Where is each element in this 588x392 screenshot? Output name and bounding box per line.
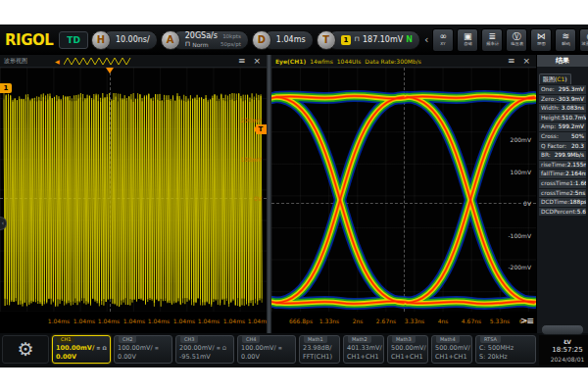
waveform-preview-strip bbox=[64, 57, 132, 66]
result-row: One:295.3mV bbox=[539, 85, 586, 94]
date-display: 2024/08/01 bbox=[551, 355, 585, 364]
status-indicator-icons: ŁV bbox=[564, 337, 571, 346]
wave-x-label: 1.04ms bbox=[173, 318, 195, 324]
window-close-icon[interactable]: × bbox=[520, 55, 532, 67]
math1-expr: FFT(CH1) bbox=[303, 353, 336, 362]
result-row: crossTime1:1.66ns bbox=[539, 179, 586, 188]
eye-x-label: 2ns bbox=[353, 318, 364, 324]
eye-y-label: -200mV bbox=[508, 264, 531, 270]
math3-tab: Math3 bbox=[392, 336, 416, 343]
storage-icon: ▣ bbox=[464, 32, 472, 41]
eye-y-label: 0V bbox=[523, 200, 531, 207]
ch1-offset: 0.00V bbox=[56, 353, 107, 362]
xy-icon: ∞ bbox=[440, 32, 448, 41]
ch2-scale: 100.00mV/ bbox=[118, 344, 153, 353]
collapsed-menu-button[interactable] bbox=[541, 324, 584, 335]
rtsa-box[interactable]: RTSA C: 500MHz S: 20kHz bbox=[475, 335, 536, 364]
axis-menu-icon[interactable]: >≡ bbox=[520, 316, 533, 325]
wave-x-label: 1.04ms bbox=[74, 318, 95, 324]
waveform-view-header[interactable]: 波形视图 ◀ ≡ × bbox=[0, 55, 267, 68]
channel-box-ch2[interactable]: CH2 100.00mV/≡ 0.00V bbox=[114, 335, 172, 364]
window-menu-icon[interactable]: ≡ bbox=[506, 55, 517, 67]
toolbar-button-eye[interactable]: ⋈眼图 bbox=[530, 28, 552, 52]
toolbar-button-xy[interactable]: ∞XY bbox=[432, 28, 454, 52]
wave-x-label: 1.04ms bbox=[148, 318, 170, 324]
math-box-math4[interactable]: Math4 500.00mV/ CH1+CH1 bbox=[431, 335, 472, 364]
eye-wfms: 14wfms bbox=[310, 58, 333, 65]
result-row: DCDTime:188ps bbox=[539, 198, 586, 207]
eye-x-label: 666.8ps bbox=[289, 318, 313, 324]
result-row: Zero:-303.9mV bbox=[539, 95, 586, 104]
wave-x-label: 1.04ms bbox=[98, 318, 120, 324]
toolbar-button-record[interactable]: ◉波形录制 bbox=[579, 28, 588, 52]
toolbar-button-counter[interactable]: ≣频率计 bbox=[481, 28, 503, 52]
math3-expr: CH1+CH1 bbox=[391, 353, 424, 362]
result-row: Cross:50% bbox=[539, 132, 586, 141]
coupling-icon: ≡ bbox=[217, 344, 220, 353]
oscilloscope-screen: RIGOL TD H 10.00ns/ A 20GSa/s ⊓Norm 10kp… bbox=[0, 24, 588, 368]
channel-box-ch1[interactable]: CH1 100.00mV/≡Ω 0.00V bbox=[52, 335, 111, 364]
horizontal-group[interactable]: H 10.00ns/ bbox=[91, 30, 158, 50]
eye-display[interactable]: 200mV 100mV 0V -100mV -200mV bbox=[271, 68, 536, 312]
eye-x-axis: 666.8ps 1.33ns 2ns 2.67ns 3.33ns 4ns 4.6… bbox=[271, 312, 536, 333]
channel-box-ch3[interactable]: CH3 200.00mV/≡Ω -95.51mV bbox=[175, 335, 234, 364]
main-area: 波形视图 ◀ ≡ × 1 T 200m bbox=[0, 55, 588, 333]
trigger-position-marker[interactable] bbox=[106, 68, 114, 77]
top-toolbar: RIGOL TD H 10.00ns/ A 20GSa/s ⊓Norm 10kp… bbox=[0, 24, 588, 55]
ch1-tab: CH1 bbox=[57, 336, 74, 343]
toolbar-scroll-left-icon[interactable]: ‹ bbox=[423, 28, 429, 52]
eye-diagram-icon: ⋈ bbox=[537, 32, 546, 41]
ch3-tab: CH3 bbox=[180, 336, 198, 343]
trigger-group[interactable]: T 1 ⊓ 187.10mV N bbox=[317, 30, 420, 50]
wave-x-label: 1.04ms bbox=[123, 318, 145, 324]
preview-left-arrow-icon[interactable]: ◀ bbox=[55, 58, 60, 65]
window-menu-icon[interactable]: ≡ bbox=[236, 55, 248, 67]
waveform-display[interactable]: 1 T 200mV 100mV 0V bbox=[0, 68, 267, 312]
horizontal-scale[interactable]: 10.00ns/ bbox=[116, 35, 150, 44]
math-box-math1[interactable]: Math1 23.98dB/ FFT(CH1) bbox=[299, 335, 340, 364]
trigger-level: 187.10mV bbox=[363, 35, 403, 44]
toolbar-button-dvm[interactable]: Ⓥ电压表 bbox=[506, 28, 527, 52]
settings-button[interactable]: ⚙ bbox=[2, 335, 49, 364]
acquire-group[interactable]: A 20GSa/s ⊓Norm 10kpts 50ps/pt bbox=[161, 30, 249, 50]
results-panel: 结果 眼图(C1) One:295.3mV Zero:-303.9mV Widt… bbox=[536, 55, 588, 333]
results-tab-eye-c1[interactable]: 眼图(C1) bbox=[539, 74, 571, 84]
acquire-mode: Norm bbox=[192, 40, 208, 49]
sample-resolution: 50ps/pt bbox=[220, 40, 241, 48]
toolbar-button-decode[interactable]: ≋解码 bbox=[555, 28, 576, 52]
channel1-marker[interactable]: 1 bbox=[0, 83, 12, 93]
math1-tab: Math1 bbox=[304, 336, 327, 343]
ch1-waveform bbox=[0, 68, 267, 312]
bottom-status-bar: ⚙ CH1 100.00mV/≡Ω 0.00V CH2 100.00mV/≡ 0… bbox=[0, 333, 588, 368]
trigger-source-badge: 1 bbox=[341, 35, 352, 45]
eye-header[interactable]: Eye(CH1) 14wfms 1044UIs Data Rate:300Mb/… bbox=[271, 55, 536, 68]
clock-area[interactable]: ŁV 18:57:25 2024/08/01 bbox=[539, 335, 588, 366]
rtsa-tab: RTSA bbox=[480, 336, 501, 343]
eye-data-rate: Data Rate:300Mb/s bbox=[365, 58, 421, 65]
channel-box-ch4[interactable]: CH4 100.00mV/≡ 0.00V bbox=[237, 335, 296, 364]
gear-icon: ⚙ bbox=[17, 340, 33, 359]
trigger-knob[interactable]: T bbox=[317, 30, 336, 50]
window-close-icon[interactable]: × bbox=[251, 55, 263, 67]
horizontal-knob[interactable]: H bbox=[91, 30, 111, 50]
delay-group[interactable]: D 1.04ms bbox=[252, 30, 314, 50]
acquire-knob[interactable]: A bbox=[161, 30, 180, 50]
waveform-view-window: 波形视图 ◀ ≡ × 1 T 200m bbox=[0, 55, 267, 333]
toolbar-button-storage[interactable]: ▣存储 bbox=[457, 28, 478, 52]
eye-x-label: 3.33ns bbox=[405, 318, 424, 324]
math-box-math2[interactable]: Math2 401.33mV/ CH1+CH1 bbox=[343, 335, 384, 364]
ch2-tab: CH2 bbox=[119, 336, 136, 343]
waveform-x-axis: 1.04ms 1.04ms 1.04ms 1.04ms 1.04ms 1.04m… bbox=[0, 312, 267, 333]
trigger-status-badge[interactable]: TD bbox=[59, 31, 88, 49]
result-row: Width:3.083ns bbox=[539, 104, 586, 113]
math-box-math3[interactable]: Math3 500.00mV/ CH1+CH1 bbox=[387, 335, 428, 364]
wave-x-label: 1.04ms bbox=[198, 318, 220, 324]
ch4-tab: CH4 bbox=[242, 336, 260, 343]
dvm-icon: Ⓥ bbox=[513, 32, 521, 41]
delay-value[interactable]: 1.04ms bbox=[276, 35, 306, 44]
delay-knob[interactable]: D bbox=[252, 30, 271, 50]
decode-icon: ≋ bbox=[563, 32, 570, 41]
ch4-offset: 0.00V bbox=[241, 353, 292, 362]
bw-limit-icon: Ω bbox=[102, 344, 106, 353]
sample-rate: 20GSa/s bbox=[185, 31, 218, 40]
